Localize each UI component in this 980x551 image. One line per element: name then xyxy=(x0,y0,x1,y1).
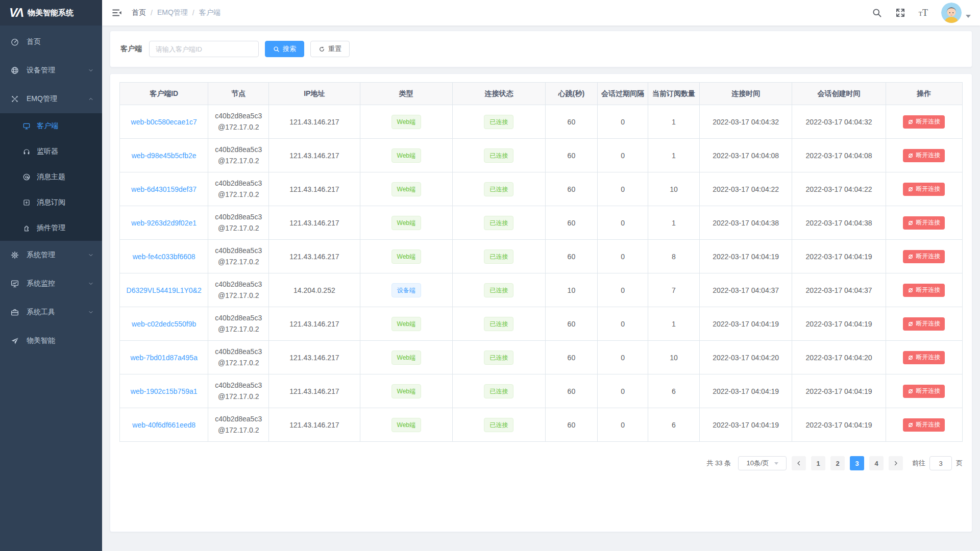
disconnect-button[interactable]: 断开连接 xyxy=(903,216,945,230)
breadcrumb-separator: / xyxy=(151,9,153,17)
unlink-icon xyxy=(908,388,914,394)
disconnect-button[interactable]: 断开连接 xyxy=(903,115,945,129)
table-row: web-d98e45b5cfb2e c40b2d8ea5c3@172.17.0.… xyxy=(120,139,963,172)
session-expiry-cell: 0 xyxy=(598,172,648,206)
next-page-button[interactable] xyxy=(889,456,903,470)
user-menu[interactable] xyxy=(941,3,971,23)
client-id-link[interactable]: web-c02dedc550f9b xyxy=(132,320,196,328)
session-expiry-cell: 0 xyxy=(598,374,648,408)
app-logo: VΛ 物美智能系统 xyxy=(0,0,102,26)
status-badge: 已连接 xyxy=(484,148,513,163)
sidebar-item-subscriptions[interactable]: 消息订阅 xyxy=(0,190,102,215)
prev-page-button[interactable] xyxy=(792,456,806,470)
sidebar-item-devices[interactable]: 设备管理 xyxy=(0,56,102,85)
breadcrumb-current: 客户端 xyxy=(199,8,220,17)
sidebar-item-system-admin[interactable]: 系统管理 xyxy=(0,241,102,269)
session-created-cell: 2022-03-17 04:04:38 xyxy=(792,206,886,240)
sidebar-item-home[interactable]: 首页 xyxy=(0,28,102,56)
sidebar-item-listeners[interactable]: 监听器 xyxy=(0,139,102,164)
disconnect-button[interactable]: 断开连接 xyxy=(903,418,945,432)
client-id-link[interactable]: web-6d430159def37 xyxy=(131,185,197,193)
client-id-link[interactable]: web-1902c15b759a1 xyxy=(131,387,198,395)
client-id-link[interactable]: D6329VL54419L1Y0&2 xyxy=(127,286,202,294)
chevron-down-icon xyxy=(88,281,94,287)
table-row: web-fe4c033bf6608 c40b2d8ea5c3@172.17.0.… xyxy=(120,240,963,273)
subscriptions-cell: 6 xyxy=(648,408,700,442)
session-created-cell: 2022-03-17 04:04:19 xyxy=(792,240,886,273)
ip-cell: 121.43.146.217 xyxy=(269,139,360,172)
status-badge: 已连接 xyxy=(484,115,513,129)
page-button-4[interactable]: 4 xyxy=(869,456,884,470)
disconnect-button[interactable]: 断开连接 xyxy=(903,284,945,297)
node-ip: @172.17.0.2 xyxy=(208,122,268,133)
page-button-1[interactable]: 1 xyxy=(811,456,825,470)
client-id-link[interactable]: web-d98e45b5cfb2e xyxy=(132,152,197,160)
fullscreen-icon[interactable] xyxy=(895,8,905,18)
disconnect-button[interactable]: 断开连接 xyxy=(903,183,945,196)
node-ip: @172.17.0.2 xyxy=(208,324,268,335)
sidebar-item-system-tools[interactable]: 系统工具 xyxy=(0,298,102,327)
font-size-icon[interactable]: TT xyxy=(919,8,928,17)
sidebar-item-label: 客户端 xyxy=(37,121,94,131)
breadcrumb-separator: / xyxy=(192,9,194,17)
disconnect-button[interactable]: 断开连接 xyxy=(903,149,945,162)
client-id-input[interactable] xyxy=(149,41,259,57)
sidebar-item-plugins[interactable]: 插件管理 xyxy=(0,215,102,241)
status-badge: 已连接 xyxy=(484,350,513,365)
sidebar-item-label: 系统管理 xyxy=(27,251,88,260)
client-id-link[interactable]: web-9263d2d9f02e1 xyxy=(131,219,197,227)
page-button-3-active[interactable]: 3 xyxy=(850,456,864,470)
connected-at-cell: 2022-03-17 04:04:38 xyxy=(699,206,792,240)
client-id-link[interactable]: web-fe4c033bf6608 xyxy=(133,253,195,261)
sidebar-item-clients[interactable]: 客户端 xyxy=(0,113,102,139)
unlink-icon xyxy=(908,220,914,226)
node-name: c40b2d8ea5c3 xyxy=(208,245,268,257)
sidebar: VΛ 物美智能系统 首页 设备管理 EMQ管理 xyxy=(0,0,102,551)
subscriptions-cell: 1 xyxy=(648,206,700,240)
connected-at-cell: 2022-03-17 04:04:32 xyxy=(699,105,792,139)
client-id-link[interactable]: web-7bd01d87a495a xyxy=(130,354,198,362)
node-name: c40b2d8ea5c3 xyxy=(208,414,268,425)
type-badge: 设备端 xyxy=(391,283,421,297)
breadcrumb-home[interactable]: 首页 xyxy=(132,8,146,17)
col-session-expiry: 会话过期间隔 xyxy=(598,83,648,105)
type-badge: Web端 xyxy=(391,216,421,230)
chevron-down-icon xyxy=(88,252,94,258)
session-created-cell: 2022-03-17 04:04:37 xyxy=(792,273,886,307)
sidebar-item-label: 消息订阅 xyxy=(37,198,94,207)
menu-fold-icon[interactable] xyxy=(111,7,122,18)
client-id-link[interactable]: web-b0c580ecae1c7 xyxy=(131,118,197,126)
sidebar-item-system-monitor[interactable]: 系统监控 xyxy=(0,269,102,298)
client-id-link[interactable]: web-40f6df661eed8 xyxy=(132,421,195,429)
breadcrumb-emq[interactable]: EMQ管理 xyxy=(157,8,188,17)
logo-icon: VΛ xyxy=(9,6,22,20)
search-button[interactable]: 搜索 xyxy=(265,41,304,57)
sidebar-item-topics[interactable]: 消息主题 xyxy=(0,164,102,190)
sidebar-item-label: 设备管理 xyxy=(27,66,88,75)
disconnect-button[interactable]: 断开连接 xyxy=(903,317,945,331)
search-icon[interactable] xyxy=(872,8,882,18)
disconnect-button[interactable]: 断开连接 xyxy=(903,385,945,398)
reset-button[interactable]: 重置 xyxy=(310,41,350,57)
subscriptions-cell: 10 xyxy=(648,172,700,206)
session-created-cell: 2022-03-17 04:04:19 xyxy=(792,307,886,341)
status-badge: 已连接 xyxy=(484,249,513,264)
subscriptions-cell: 1 xyxy=(648,307,700,341)
session-created-cell: 2022-03-17 04:04:22 xyxy=(792,172,886,206)
sidebar-item-emq[interactable]: EMQ管理 xyxy=(0,85,102,113)
listener-icon xyxy=(22,147,31,156)
page-button-2[interactable]: 2 xyxy=(830,456,845,470)
ip-cell: 121.43.146.217 xyxy=(269,307,360,341)
heartbeat-cell: 60 xyxy=(545,139,597,172)
status-badge: 已连接 xyxy=(484,317,513,331)
status-badge: 已连接 xyxy=(484,216,513,230)
goto-page-input[interactable] xyxy=(929,456,952,470)
type-badge: Web端 xyxy=(391,249,421,264)
page-size-select[interactable]: 10条/页 xyxy=(738,456,787,470)
disconnect-button[interactable]: 断开连接 xyxy=(903,250,945,263)
sidebar-item-wumei-smart[interactable]: 物美智能 xyxy=(0,327,102,355)
table-row: web-9263d2d9f02e1 c40b2d8ea5c3@172.17.0.… xyxy=(120,206,963,240)
connected-at-cell: 2022-03-17 04:04:37 xyxy=(699,273,792,307)
avatar[interactable] xyxy=(941,3,962,23)
disconnect-button[interactable]: 断开连接 xyxy=(903,351,945,364)
